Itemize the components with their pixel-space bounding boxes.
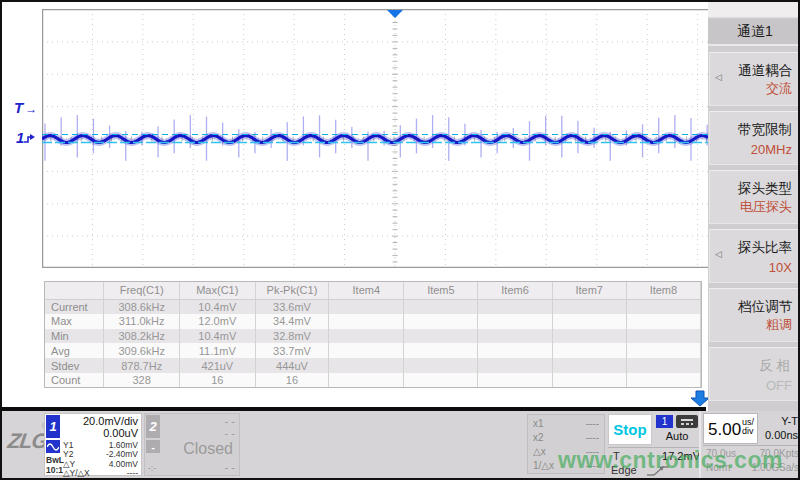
table-cell: 16 [255,373,329,388]
table-cell [404,314,478,329]
table-cell [552,314,626,329]
submenu-arrow-icon: ◁ [715,72,722,82]
table-cell: 10.4mV [179,299,255,314]
table-row: Max311.0kHz12.0mV34.4mV [45,314,701,329]
trigger-level-label: T [14,99,23,116]
channel2-scale: - - [225,415,235,427]
table-cell [626,329,700,344]
menu-item-label: 反相 [759,357,794,375]
menu-item-3[interactable]: 探头类型电压探头 [709,170,800,224]
timebase-scale-box[interactable]: 5.00 us/ div [703,413,758,444]
table-header-cell [45,282,104,299]
menu-item-2[interactable]: 带宽限制20MHz [709,111,800,165]
trigger-position-marker [387,10,403,18]
channel2-badge: 2 [146,415,160,438]
menu-item-value: 20MHz [751,142,792,157]
channel1-info-box[interactable]: 1 20.0mV/div 0.00uV BwL 10:1 Y11.60mVY2-… [44,413,142,476]
y-cursor-row: △Y/△X---- [63,468,138,478]
channel1-offset: 0.00uV [103,427,138,439]
table-cell: 308.2kHz [104,329,179,344]
table-cell: 308.6kHz [104,299,179,314]
channel1-scale: 20.0mV/div [83,415,138,427]
table-cell [404,373,478,388]
menu-title: 通道1 [708,19,800,46]
channel1-marker-label: 1 [16,130,24,145]
table-cell: 34.4mV [255,314,329,329]
menu-item-label: 带宽限制 [738,121,792,139]
table-cell [329,329,404,344]
menu-item-value: 交流 [766,80,792,98]
x-cursor-row: x1---- [533,418,599,429]
table-cell [478,343,552,358]
table-cell: 444uV [255,358,329,373]
table-cell: 10.4mV [179,329,255,344]
channel2-extra: - - [225,461,235,473]
table-row: Current308.6kHz10.4mV33.6mV [45,299,701,314]
trigger-mode: Auto [656,430,698,442]
probe-ratio-flag: 10:1 [46,465,63,475]
row-label: Max [45,314,104,329]
table-cell: 32.8mV [255,329,329,344]
menu-item-6: 反相OFF [709,347,800,401]
channel1-badge: 1 [46,415,60,438]
row-label: Current [45,299,104,314]
run-state-label: Stop [613,421,646,438]
menu-item-label: 档位调节 [738,298,792,316]
trigger-level-marker[interactable]: T→ [14,100,37,117]
table-row: Min308.2kHz10.4mV32.8mV [45,329,701,344]
table-row: Stdev878.7Hz421uV444uV [45,358,701,373]
trigger-dc-coupling-icon [676,415,698,428]
table-cell [626,373,700,388]
table-cell [478,299,552,314]
menu-item-1[interactable]: ◁通道耦合交流 [709,52,800,106]
channel2-ratio: -:- [148,463,156,473]
table-cell [404,299,478,314]
row-label: Min [45,329,104,344]
table-cell [478,314,552,329]
menu-item-4[interactable]: ◁探头比率10X [709,229,800,283]
menu-item-value: 10X [769,260,792,275]
menu-item-5[interactable]: 档位调节粗调 [709,288,800,342]
table-cell [552,299,626,314]
table-header-cell: Item4 [329,282,404,299]
table-cell: 11.1mV [179,343,255,358]
table-header-cell: Max(C1) [179,282,255,299]
table-cell [329,358,404,373]
run-state-box[interactable]: Stop [608,414,652,445]
row-label: Avg [45,343,104,358]
channel2-coupling-badge: - [146,440,160,453]
table-cell: 33.7mV [255,343,329,358]
table-header-cell: Item5 [404,282,478,299]
waveform-display: T→ 1 [2,2,708,276]
sidebar-top-strip [708,2,800,18]
channel-menu-sidebar: 通道1 ◁通道耦合交流带宽限制20MHz探头类型电压探头◁探头比率10X档位调节… [708,2,800,411]
table-cell: 878.7Hz [104,358,179,373]
table-cell [329,373,404,388]
table-cell [478,358,552,373]
table-header-cell: Item6 [478,282,552,299]
table-cell [329,299,404,314]
measurement-table: Freq(C1)Max(C1)Pk-Pk(C1)Item4Item5Item6I… [44,281,702,388]
menu-item-label: 通道耦合 [738,62,792,80]
table-cell [552,358,626,373]
table-cell [329,343,404,358]
table-cell: 311.0kHz [104,314,179,329]
bandwidth-limit-flag: BwL [46,455,64,465]
table-header-cell: Item8 [626,282,700,299]
channel1-ground-icon [24,132,35,144]
table-cell [552,343,626,358]
table-cell: 16 [179,373,255,388]
menu-item-value: 粗调 [766,316,792,334]
menu-item-label: 探头类型 [738,180,792,198]
table-cell: 12.0mV [179,314,255,329]
channel1-position-marker[interactable]: 1 [16,130,35,145]
submenu-arrow-icon: ◁ [715,249,722,259]
oscilloscope-screen: T→ 1 Freq(C1)Max(C1)Pk-Pk(C1)Item4Item5I… [0,0,800,480]
trigger-source-badge: 1 [656,415,673,428]
x-cursor-row: x2---- [533,432,599,443]
measurement-table-grid: Freq(C1)Max(C1)Pk-Pk(C1)Item4Item5Item6I… [45,282,701,388]
display-mode: Y-T [781,415,798,427]
table-row: Count3281616 [45,373,701,388]
table-cell [626,314,700,329]
channel2-info-box[interactable]: 2 - - - - - Closed -:- - - [144,413,240,476]
